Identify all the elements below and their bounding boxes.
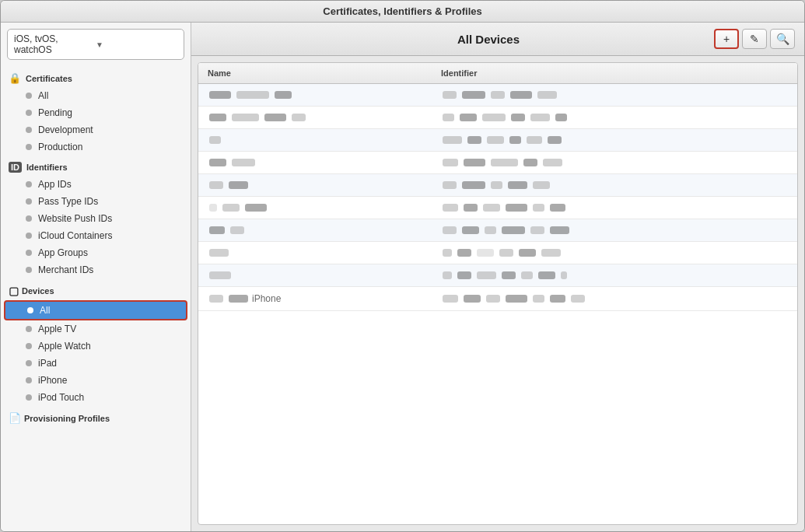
add-device-button[interactable]: + — [714, 29, 739, 49]
blur-text — [530, 114, 550, 121]
devices-label: Devices — [22, 286, 54, 296]
provisioning-icon: 📄 — [9, 412, 21, 424]
blur-text — [506, 204, 527, 212]
main-area: iOS, tvOS, watchOS ▼ 🔒 Certificates All … — [1, 23, 804, 531]
blur-text — [209, 226, 225, 234]
blur-text — [486, 295, 500, 303]
sidebar-item-app-ids[interactable]: App IDs — [4, 176, 187, 193]
dot-icon — [26, 181, 32, 187]
blur-text — [485, 226, 496, 234]
blur-text — [209, 204, 217, 212]
dot-icon — [26, 93, 32, 99]
sidebar-item-merchant-ids[interactable]: Merchant IDs — [4, 261, 187, 278]
name-cell-content — [208, 203, 422, 212]
certificates-label: Certificates — [26, 74, 72, 83]
blur-text — [523, 159, 537, 166]
id-cell-content — [441, 248, 788, 257]
name-cell — [198, 156, 432, 169]
table-row[interactable] — [198, 219, 797, 242]
main-window: Certificates, Identifiers & Profiles iOS… — [0, 0, 805, 532]
blur-text — [506, 295, 527, 303]
dot-icon — [26, 127, 32, 133]
blur-text — [443, 181, 457, 189]
sidebar-item-pending[interactable]: Pending — [4, 104, 187, 121]
edit-button[interactable]: ✎ — [742, 29, 767, 49]
sidebar-item-ipad[interactable]: iPad — [4, 355, 187, 372]
sidebar-item-all-certs[interactable]: All — [4, 87, 187, 104]
blur-text — [508, 181, 527, 189]
table-row[interactable] — [198, 174, 797, 197]
sidebar-item-development[interactable]: Development — [4, 121, 187, 138]
blur-text — [550, 295, 565, 303]
sidebar-item-all-devices[interactable]: All — [4, 300, 187, 320]
identifier-cell — [432, 201, 797, 214]
blur-text — [527, 136, 542, 144]
sidebar-item-app-groups[interactable]: App Groups — [4, 244, 187, 261]
name-cell-content — [208, 158, 422, 167]
dot-icon — [26, 267, 32, 273]
blur-text — [538, 271, 555, 279]
identifiers-label: Identifiers — [26, 163, 68, 172]
sidebar-item-production[interactable]: Production — [4, 138, 187, 156]
table-row[interactable] — [198, 242, 797, 264]
blur-text — [230, 226, 244, 234]
platform-dropdown[interactable]: iOS, tvOS, watchOS ▼ — [7, 29, 184, 60]
sidebar-item-label: iPod Touch — [38, 392, 84, 403]
blur-text — [229, 181, 248, 189]
blur-text — [543, 159, 562, 166]
content-header: All Devices + ✎ 🔍 — [191, 23, 804, 56]
blur-text — [209, 271, 231, 279]
table-row[interactable] — [198, 264, 797, 287]
identifier-cell — [432, 247, 797, 259]
name-cell-content — [208, 248, 422, 257]
sidebar-item-icloud-containers[interactable]: iCloud Containers — [4, 227, 187, 244]
sidebar-section-provisioning: 📄 Provisioning Profiles — [1, 409, 191, 427]
dot-icon — [26, 326, 32, 332]
name-cell: iPhone — [198, 292, 432, 306]
table-row[interactable] — [198, 197, 797, 219]
dot-icon — [26, 377, 32, 383]
table-row[interactable] — [198, 129, 797, 152]
blur-text — [491, 159, 518, 166]
plus-icon: + — [723, 33, 730, 45]
provisioning-header: 📄 Provisioning Profiles — [1, 409, 191, 427]
dot-icon — [27, 307, 33, 313]
blur-text — [232, 159, 255, 166]
blur-text — [209, 181, 223, 189]
table-row[interactable]: iPhone — [198, 287, 797, 311]
table-row[interactable] — [198, 84, 797, 107]
blur-text — [550, 204, 565, 212]
sidebar-item-website-push-ids[interactable]: Website Push IDs — [4, 210, 187, 227]
blur-text — [460, 114, 477, 121]
blur-text — [533, 295, 544, 303]
identifier-cell — [432, 111, 797, 124]
dot-icon — [26, 144, 32, 150]
blur-text — [491, 91, 505, 99]
sidebar-item-apple-tv[interactable]: Apple TV — [4, 320, 187, 338]
name-column-header: Name — [198, 67, 432, 79]
id-cell-content — [441, 203, 788, 212]
identifiers-header: ID Identifiers — [1, 159, 191, 176]
table-row[interactable] — [198, 107, 797, 129]
devices-table: Name Identifier — [198, 62, 798, 525]
identifier-cell — [432, 224, 797, 236]
sidebar-item-apple-watch[interactable]: Apple Watch — [4, 338, 187, 355]
id-cell-content — [441, 271, 788, 280]
sidebar-item-iphone[interactable]: iPhone — [4, 372, 187, 389]
blur-text — [519, 249, 536, 257]
name-cell — [198, 134, 432, 146]
blur-text — [477, 249, 494, 257]
devices-icon: ▢ — [9, 285, 19, 297]
sidebar-item-ipod-touch[interactable]: iPod Touch — [4, 389, 187, 406]
sidebar-item-label: Merchant IDs — [38, 264, 93, 275]
dot-icon — [26, 343, 32, 349]
sidebar-item-label: App IDs — [38, 179, 72, 190]
identifier-cell — [432, 89, 797, 101]
table-row[interactable] — [198, 152, 797, 174]
sidebar-item-label: iCloud Containers — [38, 230, 112, 241]
sidebar-item-label: Apple Watch — [38, 341, 91, 352]
name-cell-content — [208, 271, 422, 280]
provisioning-label: Provisioning Profiles — [24, 414, 110, 423]
search-button[interactable]: 🔍 — [770, 29, 795, 49]
sidebar-item-pass-type-ids[interactable]: Pass Type IDs — [4, 193, 187, 210]
